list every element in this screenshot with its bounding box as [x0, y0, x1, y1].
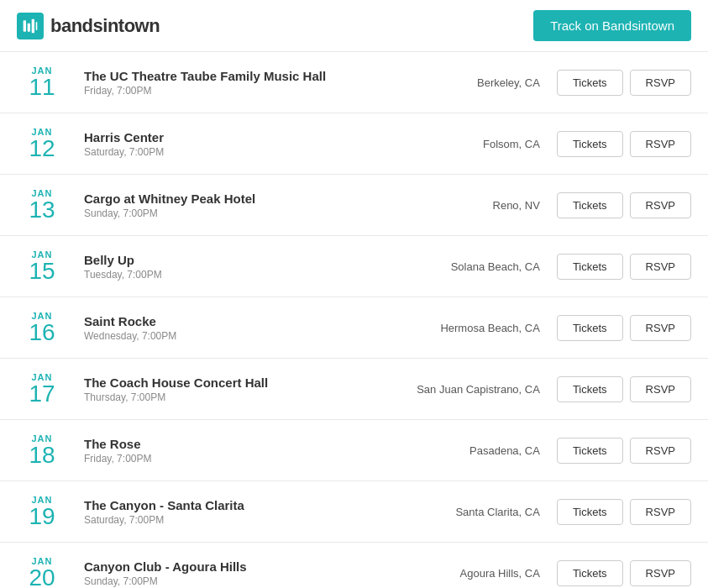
event-info-5: The Coach House Concert Hall Thursday, 7…: [84, 375, 417, 403]
event-datetime-1: Saturday, 7:00PM: [84, 146, 422, 158]
event-actions-4: Tickets RSVP: [557, 315, 691, 341]
rsvp-button-5[interactable]: RSVP: [630, 376, 691, 402]
event-venue-3: Belly Up: [84, 253, 422, 267]
event-location-5: San Juan Capistrano, CA: [417, 383, 557, 396]
events-list: JAN 11 The UC Theatre Taube Family Music…: [0, 52, 708, 588]
event-date-1: JAN 12: [17, 127, 67, 160]
tickets-button-0[interactable]: Tickets: [557, 70, 623, 96]
event-actions-6: Tickets RSVP: [557, 438, 691, 464]
event-info-2: Cargo at Whitney Peak Hotel Sunday, 7:00…: [84, 192, 422, 219]
event-datetime-2: Sunday, 7:00PM: [84, 207, 422, 219]
event-actions-3: Tickets RSVP: [557, 254, 691, 280]
event-date-2: JAN 13: [17, 188, 67, 222]
event-date-7: JAN 19: [17, 495, 67, 528]
event-datetime-3: Tuesday, 7:00PM: [84, 269, 422, 281]
event-day-5: 17: [17, 382, 67, 406]
event-actions-7: Tickets RSVP: [557, 499, 691, 525]
event-venue-6: The Rose: [84, 437, 422, 451]
event-venue-7: The Canyon - Santa Clarita: [84, 498, 422, 512]
event-row: JAN 20 Canyon Club - Agoura Hills Sunday…: [0, 543, 708, 588]
event-actions-0: Tickets RSVP: [557, 70, 691, 96]
event-location-2: Reno, NV: [422, 199, 557, 212]
event-date-6: JAN 18: [17, 433, 67, 467]
event-row: JAN 15 Belly Up Tuesday, 7:00PM Solana B…: [0, 236, 708, 297]
event-datetime-0: Friday, 7:00PM: [84, 85, 422, 97]
svg-rect-1: [28, 23, 30, 31]
event-row: JAN 19 The Canyon - Santa Clarita Saturd…: [0, 481, 708, 543]
event-info-1: Harris Center Saturday, 7:00PM: [84, 130, 422, 158]
event-location-8: Agoura Hills, CA: [422, 567, 557, 580]
event-row: JAN 16 Saint Rocke Wednesday, 7:00PM Her…: [0, 297, 708, 359]
event-datetime-5: Thursday, 7:00PM: [84, 391, 417, 403]
tickets-button-1[interactable]: Tickets: [557, 131, 623, 157]
event-day-2: 13: [17, 198, 67, 222]
tickets-button-2[interactable]: Tickets: [557, 192, 623, 218]
header: bandsintown Track on Bandsintown: [0, 0, 708, 52]
event-actions-1: Tickets RSVP: [557, 131, 691, 157]
event-info-6: The Rose Friday, 7:00PM: [84, 437, 422, 465]
event-row: JAN 13 Cargo at Whitney Peak Hotel Sunda…: [0, 175, 708, 236]
rsvp-button-4[interactable]: RSVP: [630, 315, 691, 341]
event-location-7: Santa Clarita, CA: [422, 506, 557, 518]
event-info-0: The UC Theatre Taube Family Music Hall F…: [84, 69, 422, 97]
logo-container: bandsintown: [17, 13, 160, 39]
event-venue-8: Canyon Club - Agoura Hills: [84, 559, 422, 574]
svg-rect-3: [36, 22, 38, 30]
event-venue-0: The UC Theatre Taube Family Music Hall: [84, 69, 422, 83]
tickets-button-4[interactable]: Tickets: [557, 315, 623, 341]
track-button[interactable]: Track on Bandsintown: [533, 10, 691, 41]
event-date-8: JAN 20: [17, 556, 67, 588]
event-actions-2: Tickets RSVP: [557, 192, 691, 218]
event-location-3: Solana Beach, CA: [422, 260, 557, 273]
event-day-3: 15: [17, 260, 67, 283]
event-location-0: Berkeley, CA: [422, 76, 557, 89]
event-day-8: 20: [17, 566, 67, 588]
svg-rect-2: [32, 18, 34, 33]
rsvp-button-7[interactable]: RSVP: [630, 499, 691, 525]
event-row: JAN 18 The Rose Friday, 7:00PM Pasadena,…: [0, 420, 708, 481]
event-day-4: 16: [17, 321, 67, 344]
event-info-3: Belly Up Tuesday, 7:00PM: [84, 253, 422, 281]
rsvp-button-0[interactable]: RSVP: [630, 70, 691, 96]
event-venue-1: Harris Center: [84, 130, 422, 144]
tickets-button-3[interactable]: Tickets: [557, 254, 623, 280]
event-actions-8: Tickets RSVP: [557, 560, 691, 586]
rsvp-button-1[interactable]: RSVP: [630, 131, 691, 157]
event-date-3: JAN 15: [17, 249, 67, 283]
event-venue-4: Saint Rocke: [84, 314, 422, 328]
logo-text: bandsintown: [50, 15, 160, 37]
event-datetime-4: Wednesday, 7:00PM: [84, 330, 422, 342]
tickets-button-7[interactable]: Tickets: [557, 499, 623, 525]
event-actions-5: Tickets RSVP: [557, 376, 691, 402]
event-venue-2: Cargo at Whitney Peak Hotel: [84, 192, 422, 206]
event-day-6: 18: [17, 444, 67, 467]
svg-rect-0: [24, 20, 26, 31]
event-date-5: JAN 17: [17, 372, 67, 406]
event-day-0: 11: [17, 76, 67, 99]
event-info-7: The Canyon - Santa Clarita Saturday, 7:0…: [84, 498, 422, 526]
event-info-4: Saint Rocke Wednesday, 7:00PM: [84, 314, 422, 342]
event-row: JAN 17 The Coach House Concert Hall Thur…: [0, 359, 708, 420]
event-row: JAN 12 Harris Center Saturday, 7:00PM Fo…: [0, 113, 708, 175]
rsvp-button-3[interactable]: RSVP: [630, 254, 691, 280]
event-date-0: JAN 11: [17, 66, 67, 99]
event-datetime-8: Sunday, 7:00PM: [84, 575, 422, 587]
event-day-7: 19: [17, 505, 67, 528]
event-location-1: Folsom, CA: [422, 138, 557, 150]
logo-icon: [17, 13, 44, 39]
event-datetime-6: Friday, 7:00PM: [84, 453, 422, 465]
rsvp-button-6[interactable]: RSVP: [630, 438, 691, 464]
tickets-button-5[interactable]: Tickets: [557, 376, 623, 402]
tickets-button-6[interactable]: Tickets: [557, 438, 623, 464]
tickets-button-8[interactable]: Tickets: [557, 560, 623, 586]
rsvp-button-2[interactable]: RSVP: [630, 192, 691, 218]
event-location-4: Hermosa Beach, CA: [422, 322, 557, 334]
event-date-4: JAN 16: [17, 311, 67, 344]
event-venue-5: The Coach House Concert Hall: [84, 375, 417, 390]
rsvp-button-8[interactable]: RSVP: [630, 560, 691, 586]
event-day-1: 12: [17, 137, 67, 160]
event-info-8: Canyon Club - Agoura Hills Sunday, 7:00P…: [84, 559, 422, 587]
event-row: JAN 11 The UC Theatre Taube Family Music…: [0, 52, 708, 113]
event-location-6: Pasadena, CA: [422, 444, 557, 457]
event-datetime-7: Saturday, 7:00PM: [84, 514, 422, 526]
